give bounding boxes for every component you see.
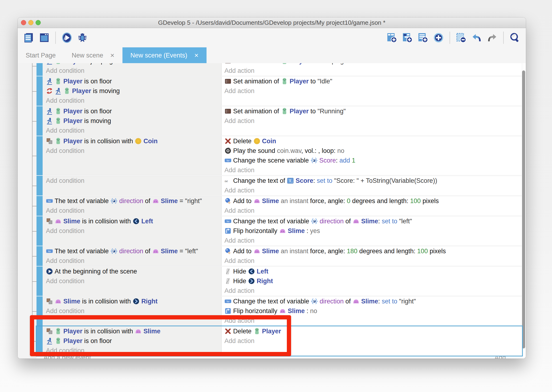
event-row[interactable]: Slime is in collision with RightAdd cond…: [36, 296, 522, 326]
actions-cell[interactable]: Hide LeftHide RightAdd action: [221, 266, 522, 296]
redo-icon[interactable]: [486, 32, 498, 44]
add-action-button[interactable]: Add action: [224, 206, 522, 216]
event-selection-bar[interactable]: [36, 63, 43, 76]
add-action-button[interactable]: Add action: [224, 86, 522, 96]
conditions-cell[interactable]: Slime is in collision with RightAdd cond…: [43, 296, 221, 326]
event-row[interactable]: VarThe text of variable direction of Sli…: [36, 196, 522, 216]
event-selection-bar[interactable]: [36, 296, 43, 326]
action-line[interactable]: Hide Left: [224, 267, 522, 276]
close-window-button[interactable]: [21, 20, 26, 25]
tab-start-page[interactable]: Start Page: [18, 47, 64, 63]
conditions-cell[interactable]: Player is in collision with CoinAdd cond…: [43, 136, 221, 175]
add-condition-button[interactable]: Add condition: [46, 346, 221, 356]
event-row[interactable]: Player is on floorPlayer is movingAdd co…: [36, 106, 522, 136]
action-line[interactable]: Flip horizontally Slime : yes: [224, 226, 522, 236]
conditions-cell[interactable]: Player is on floorPlayer is movingAdd co…: [43, 76, 221, 106]
add-condition-button[interactable]: Add condition: [46, 256, 221, 266]
condition-line[interactable]: Player is in collision with Slime: [46, 327, 221, 336]
condition-line[interactable]: VarThe text of variable direction of Sli…: [46, 196, 221, 206]
action-line[interactable]: txtChange the text of TxScore: set to "S…: [224, 176, 522, 186]
add-condition-button[interactable]: Add condition: [46, 96, 221, 105]
project-manager-icon[interactable]: [23, 32, 34, 44]
delete-event-icon[interactable]: [455, 32, 467, 44]
play-icon[interactable]: [61, 32, 73, 44]
action-line[interactable]: Delete Player: [224, 327, 522, 336]
conditions-cell[interactable]: VarThe text of variable direction of Sli…: [43, 196, 221, 216]
condition-line[interactable]: Slime is in collision with Right: [46, 297, 221, 306]
action-line[interactable]: Add to Slime an instant force, angle: 18…: [224, 246, 522, 256]
conditions-cell[interactable]: Player is on floorPlayer is movingAdd co…: [43, 106, 221, 136]
conditions-cell[interactable]: Player is jumpingAdd condition: [43, 63, 221, 76]
event-row[interactable]: Add conditiontxtChange the text of TxSco…: [36, 176, 522, 196]
add-condition-button[interactable]: Add condition: [46, 126, 221, 135]
actions-cell[interactable]: Set animation of Player to "Idle"Add act…: [221, 76, 522, 106]
condition-line[interactable]: Player is on floor: [46, 106, 221, 116]
event-selection-bar[interactable]: [36, 106, 43, 136]
tab-new-scene-events-[interactable]: New scene (Events)×: [123, 47, 207, 63]
add-event-icon[interactable]: [386, 32, 398, 44]
conditions-cell[interactable]: Add condition: [43, 176, 221, 196]
event-selection-bar[interactable]: [36, 196, 43, 216]
event-selection-bar[interactable]: [36, 136, 43, 175]
condition-line[interactable]: Player is on floor: [46, 77, 221, 86]
minimize-window-button[interactable]: [28, 20, 34, 25]
add-condition-button[interactable]: Add condition: [46, 146, 221, 156]
zoom-window-button[interactable]: [35, 20, 41, 25]
condition-line[interactable]: Player is moving: [46, 116, 221, 126]
actions-cell[interactable]: VarChange the text of variable direction…: [221, 296, 522, 326]
add-action-button[interactable]: Add action: [224, 186, 522, 195]
condition-line[interactable]: Player is in collision with Coin: [46, 136, 221, 146]
add-action-button[interactable]: Add action: [224, 316, 522, 326]
actions-cell[interactable]: Delete CoinPlay the sound coin.wav, vol.…: [221, 136, 522, 175]
conditions-cell[interactable]: Player is in collision with SlimePlayer …: [43, 326, 221, 356]
close-tab-icon[interactable]: ×: [110, 51, 114, 59]
action-line[interactable]: Flip horizontally Slime : no: [224, 306, 522, 316]
add-event-circle-icon[interactable]: [433, 32, 444, 44]
close-tab-icon[interactable]: ×: [194, 51, 199, 59]
action-line[interactable]: VarChange the text of variable direction…: [224, 217, 522, 226]
add-action-button[interactable]: Add action: [224, 116, 522, 126]
event-selection-bar[interactable]: [36, 266, 43, 296]
add-condition-button[interactable]: Add condition: [46, 66, 221, 76]
event-selection-bar[interactable]: [36, 176, 43, 196]
add-action-button[interactable]: Add action: [224, 165, 522, 175]
actions-cell[interactable]: Set animation of Player to "Jumping"Add …: [221, 63, 522, 76]
add-action-button[interactable]: Add action: [224, 236, 522, 245]
event-selection-bar[interactable]: [36, 76, 43, 106]
scene-editor-icon[interactable]: [38, 32, 50, 44]
action-line[interactable]: Add to Slime an instant force, angle: 0 …: [224, 196, 522, 206]
add-action-button[interactable]: Add action: [224, 66, 522, 76]
tab-new-scene[interactable]: New scene×: [64, 47, 123, 63]
add-comment-icon[interactable]: [417, 32, 429, 44]
condition-line[interactable]: Player is jumping: [46, 63, 221, 66]
add-condition-button[interactable]: Add condition: [46, 226, 221, 236]
action-line[interactable]: Delete Coin: [224, 136, 522, 146]
undo-icon[interactable]: [471, 32, 483, 44]
conditions-cell[interactable]: VarThe text of variable direction of Sli…: [43, 246, 221, 266]
event-selection-bar[interactable]: [36, 326, 43, 356]
add-condition-button[interactable]: Add condition: [46, 276, 221, 286]
condition-line[interactable]: VarThe text of variable direction of Sli…: [46, 246, 221, 256]
conditions-cell[interactable]: Slime is in collision with LeftAdd condi…: [43, 216, 221, 246]
condition-line[interactable]: At the beginning of the scene: [46, 267, 221, 276]
event-selection-bar[interactable]: [36, 216, 43, 246]
event-row[interactable]: Player is in collision with SlimePlayer …: [36, 326, 522, 356]
add-condition-button[interactable]: Add condition: [46, 206, 221, 216]
event-row[interactable]: At the beginning of the sceneAdd conditi…: [36, 266, 522, 296]
event-row[interactable]: Slime is in collision with LeftAdd condi…: [36, 216, 522, 246]
actions-cell[interactable]: Set animation of Player to "Running"Add …: [221, 106, 522, 136]
action-line[interactable]: Hide Right: [224, 276, 522, 286]
event-row[interactable]: Player is in collision with CoinAdd cond…: [36, 136, 522, 175]
event-row[interactable]: Player is jumpingAdd conditionSet animat…: [36, 63, 522, 76]
actions-cell[interactable]: txtChange the text of TxScore: set to "S…: [221, 176, 522, 196]
event-row[interactable]: Player is on floorPlayer is movingAdd co…: [36, 76, 522, 106]
actions-cell[interactable]: Add to Slime an instant force, angle: 18…: [221, 246, 522, 266]
actions-cell[interactable]: Delete PlayerAdd action: [221, 326, 522, 356]
add-action-button[interactable]: Add action: [224, 336, 522, 346]
add-action-button[interactable]: Add action: [224, 256, 522, 266]
actions-cell[interactable]: Add to Slime an instant force, angle: 0 …: [221, 196, 522, 216]
condition-line[interactable]: Player is moving: [46, 86, 221, 96]
condition-line[interactable]: Player is on floor: [46, 336, 221, 346]
condition-line[interactable]: Slime is in collision with Left: [46, 217, 221, 226]
search-icon[interactable]: [509, 32, 521, 44]
